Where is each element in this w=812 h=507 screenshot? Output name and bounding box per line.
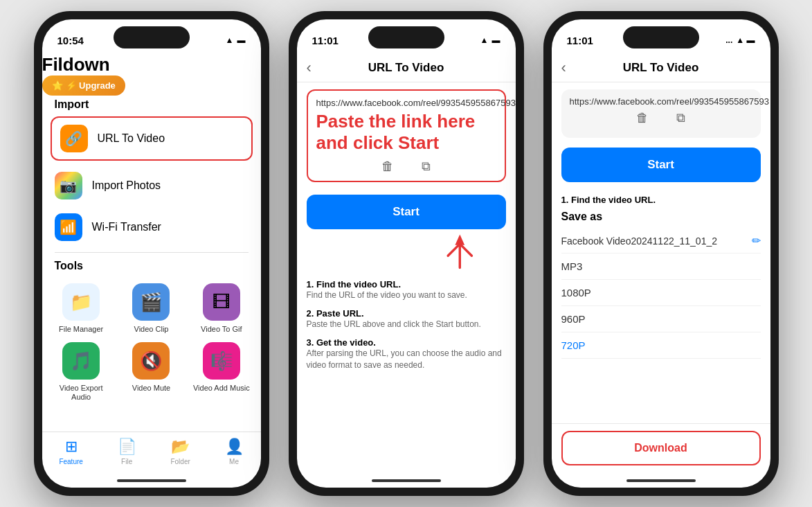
nav-file-label: File: [121, 458, 132, 465]
format-960p[interactable]: 960P: [561, 306, 761, 332]
format-1080p[interactable]: 1080P: [561, 280, 761, 306]
divider-1: [55, 252, 249, 253]
battery-icon-3: ▲ ▬: [736, 35, 755, 45]
instruction-2-text: Paste the URL above and click the Start …: [307, 319, 506, 330]
instruction-1: 1. Find the video URL. Find the URL of t…: [307, 279, 506, 301]
video-add-music-icon: 🎼: [203, 342, 240, 380]
instruction-1-title: 1. Find the video URL.: [307, 279, 506, 290]
status-icons-2: ▲ ▬: [480, 35, 500, 45]
phone-2-screen: 11:01 ▲ ▬ ‹ URL To Video https://www.fac…: [297, 19, 516, 488]
url-actions-3: 🗑 ⧉: [570, 111, 752, 125]
file-manager-icon: 📁: [62, 283, 100, 321]
app-header: Fildown ⭐ ⚡ Upgrade: [42, 54, 261, 96]
instruction-3-title: 3. Get the video.: [307, 337, 506, 348]
video-to-gif-label: Video To Gif: [201, 325, 242, 334]
video-mute-icon: 🔇: [132, 342, 170, 380]
phone-2: 11:01 ▲ ▬ ‹ URL To Video https://www.fac…: [289, 11, 524, 496]
wifi-icon-1: ▲: [226, 35, 234, 45]
bottom-nav-1: ⊞ Feature 📄 File 📂 Folder 👤 Me: [42, 432, 261, 477]
status-icons-1: ▲ ▬: [226, 35, 246, 45]
status-time-3: 11:01: [567, 35, 593, 46]
back-button-2[interactable]: ‹: [307, 59, 312, 77]
url-display-area: https://www.facebook.com/reel/9935459558…: [561, 89, 761, 138]
video-to-gif-icon: 🎞: [203, 283, 240, 321]
copy-icon[interactable]: ⧉: [422, 159, 431, 174]
instruction-3-text: After parsing the URL, you can choose th…: [307, 348, 506, 371]
nav-feature[interactable]: ⊞ Feature: [59, 438, 82, 465]
instruction-2-title: 2. Paste URL.: [307, 308, 506, 319]
url-display-2: https://www.facebook.com/reel/9935459558…: [316, 98, 496, 108]
upgrade-icon: ⭐: [52, 80, 63, 91]
battery-icon-1: ▬: [237, 35, 246, 45]
start-button-3[interactable]: Start: [561, 148, 761, 182]
start-button-2[interactable]: Start: [307, 195, 506, 229]
tools-grid: 📁 File Manager 🎬 Video Clip 🎞 Video To G…: [42, 278, 261, 408]
status-time-1: 10:54: [57, 35, 84, 46]
tool-video-mute[interactable]: 🔇 Video Mute: [120, 342, 182, 402]
trash-icon[interactable]: 🗑: [381, 159, 394, 174]
copy-icon-3[interactable]: ⧉: [676, 111, 685, 125]
dynamic-island-1: [114, 26, 190, 48]
url-input-area[interactable]: https://www.facebook.com/reel/9935459558…: [307, 89, 506, 182]
wifi-transfer-label: Wi-Fi Transfer: [92, 221, 161, 233]
nav-folder[interactable]: 📂 Folder: [170, 438, 190, 465]
url-to-video-menu-item[interactable]: 🔗 URL To Video: [51, 116, 253, 161]
upgrade-button[interactable]: ⭐ ⚡ Upgrade: [42, 75, 125, 96]
paste-hint: Paste the link here and click Start: [316, 111, 496, 154]
me-icon: 👤: [225, 438, 244, 456]
import-photos-menu-item[interactable]: 📷 Import Photos: [42, 165, 261, 206]
phone-1: 10:54 ▲ ▬ Fildown ⭐ ⚡ Upgrade Import 🔗 U…: [34, 11, 269, 496]
import-photos-label: Import Photos: [92, 179, 161, 192]
instruction-1-text: Find the URL of the video you want to sa…: [307, 290, 506, 301]
import-section-label: Import: [42, 96, 261, 116]
wifi-icon-2: ▲: [480, 35, 489, 45]
home-indicator-3: [626, 479, 696, 482]
url-to-video-label: URL To Video: [98, 132, 165, 145]
format-720p[interactable]: 720P: [561, 332, 761, 359]
tool-video-add-music[interactable]: 🎼 Video Add Music: [190, 342, 252, 402]
url-to-video-icon: 🔗: [60, 125, 88, 152]
page-header-2: ‹ URL To Video: [297, 54, 516, 82]
wifi-transfer-icon: 📶: [55, 213, 82, 241]
red-arrow: [297, 232, 516, 274]
phone-3: 11:01 ... ▲ ▬ ‹ URL To Video https://www…: [543, 11, 779, 496]
video-clip-icon: 🎬: [132, 283, 170, 321]
save-as-section: 1. Find the video URL. Save as Facebook …: [552, 188, 770, 423]
video-add-music-label: Video Add Music: [193, 384, 250, 393]
dynamic-island-2: [368, 26, 444, 48]
video-export-audio-icon: 🎵: [62, 342, 100, 380]
feature-icon: ⊞: [65, 438, 78, 456]
status-time-2: 11:01: [312, 35, 339, 46]
edit-icon[interactable]: ✏: [752, 234, 761, 247]
page-header-3: ‹ URL To Video: [552, 54, 770, 82]
tool-video-export-audio[interactable]: 🎵 Video Export Audio: [51, 342, 112, 402]
instruction-3: 3. Get the video. After parsing the URL,…: [307, 337, 506, 371]
format-mp3[interactable]: MP3: [561, 254, 761, 280]
folder-icon: 📂: [171, 438, 190, 456]
trash-icon-3[interactable]: 🗑: [636, 111, 649, 125]
nav-file[interactable]: 📄 File: [118, 438, 136, 465]
url-display-3: https://www.facebook.com/reel/9935459558…: [570, 96, 752, 107]
download-section: Download: [552, 423, 770, 477]
home-indicator-2: [372, 479, 441, 482]
tool-video-clip[interactable]: 🎬 Video Clip: [120, 283, 182, 334]
video-mute-label: Video Mute: [132, 384, 170, 393]
video-export-audio-label: Video Export Audio: [51, 384, 112, 402]
tool-video-to-gif[interactable]: 🎞 Video To Gif: [190, 283, 252, 334]
instruction-2: 2. Paste URL. Paste the URL above and cl…: [307, 308, 506, 330]
nav-me[interactable]: 👤 Me: [225, 438, 244, 465]
download-button[interactable]: Download: [561, 431, 761, 465]
battery-icon-2: ▬: [492, 35, 500, 45]
page-title-2: URL To Video: [368, 61, 444, 75]
back-button-3[interactable]: ‹: [561, 59, 566, 77]
page-title-3: URL To Video: [623, 61, 699, 75]
save-as-label: Save as: [561, 211, 761, 223]
wifi-transfer-menu-item[interactable]: 📶 Wi-Fi Transfer: [42, 206, 261, 248]
svg-marker-0: [455, 235, 464, 245]
tool-file-manager[interactable]: 📁 File Manager: [51, 283, 112, 334]
import-photos-icon: 📷: [55, 172, 82, 199]
url-actions: 🗑 ⧉: [316, 159, 496, 174]
tools-section-label: Tools: [42, 257, 261, 278]
phone-1-screen: 10:54 ▲ ▬ Fildown ⭐ ⚡ Upgrade Import 🔗 U…: [42, 19, 261, 488]
nav-folder-label: Folder: [170, 458, 190, 465]
